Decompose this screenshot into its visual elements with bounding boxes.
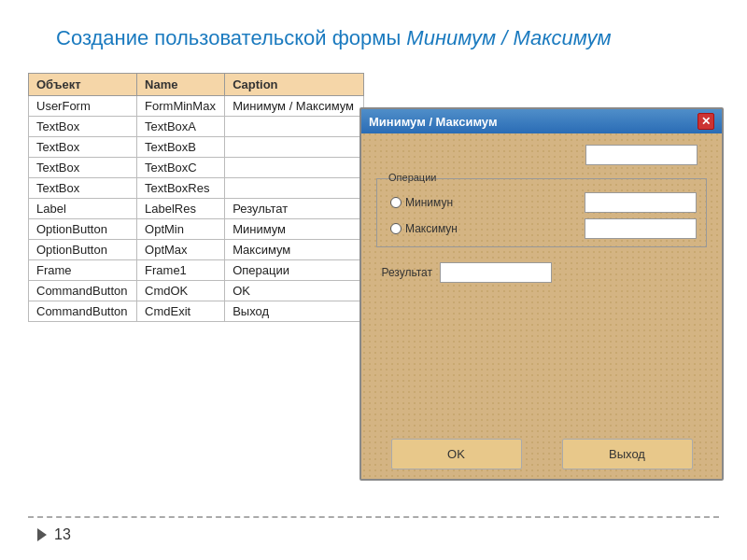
table-cell-4-0: TextBox	[29, 178, 137, 199]
radio-min-row: Минимун	[387, 192, 697, 213]
table-cell-6-2: Минимум	[225, 219, 364, 240]
bottom-divider	[28, 516, 719, 518]
table-cell-0-2: Минимум / Максимум	[225, 96, 364, 117]
table-cell-9-2: OK	[225, 281, 364, 301]
operations-frame: Операции Минимун Максимун	[376, 178, 707, 247]
table-cell-3-0: TextBox	[29, 158, 137, 178]
table-row: TextBoxTextBoxA	[29, 117, 364, 137]
table-row: FrameFrame1Операции	[29, 260, 364, 281]
dialog-titlebar: Минимум / Максимум ✕	[361, 109, 722, 133]
radio-max-option[interactable]: Максимун	[390, 222, 458, 235]
table-cell-10-0: CommandButton	[29, 301, 137, 322]
textbox-c[interactable]	[585, 218, 697, 239]
page-arrow-icon	[37, 528, 47, 541]
table-cell-10-1: CmdExit	[137, 301, 225, 322]
table-cell-8-1: Frame1	[137, 260, 225, 281]
ok-button[interactable]: OK	[391, 439, 522, 469]
textbox-a[interactable]	[585, 145, 698, 165]
table-row: CommandButtonCmdExitВыход	[29, 301, 364, 322]
radio-max-label: Максимун	[405, 222, 458, 235]
radio-min-circle[interactable]	[390, 197, 402, 208]
table-cell-3-1: TextBoxC	[137, 158, 225, 178]
table-cell-0-1: FormMinMax	[137, 96, 225, 117]
table-row: OptionButtonOptMinМинимум	[29, 219, 364, 240]
page-number: 13	[54, 526, 71, 543]
result-label: Результат	[376, 266, 432, 279]
title-part1: Создание пользовательской формы	[56, 26, 406, 49]
col-header-caption: Caption	[225, 74, 364, 96]
table-cell-5-1: LabelRes	[137, 199, 225, 219]
table-cell-7-2: Максимум	[225, 240, 364, 260]
data-table-container: Объект Name Caption UserFormFormMinMaxМи…	[28, 73, 364, 322]
title-part2: Минимум / Максимум	[406, 26, 611, 49]
table-cell-2-0: TextBox	[29, 137, 137, 158]
dialog-window: Минимум / Максимум ✕ Операции Минимун	[359, 107, 724, 481]
table-cell-10-2: Выход	[225, 301, 364, 322]
table-cell-9-1: CmdOK	[137, 281, 225, 301]
radio-min-label: Минимун	[405, 196, 453, 209]
table-row: TextBoxTextBoxB	[29, 137, 364, 158]
table-cell-5-2: Результат	[225, 199, 364, 219]
radio-max-circle[interactable]	[390, 223, 402, 234]
table-row: OptionButtonOptMaxМаксимум	[29, 240, 364, 260]
table-cell-1-1: TextBoxA	[137, 117, 225, 137]
table-row: CommandButtonCmdOKOK	[29, 281, 364, 301]
table-cell-9-0: CommandButton	[29, 281, 137, 301]
table-cell-6-0: OptionButton	[29, 219, 137, 240]
top-input-row	[376, 145, 698, 165]
table-cell-4-1: TextBoxRes	[137, 178, 225, 199]
col-header-name: Name	[137, 74, 225, 96]
table-cell-2-2	[225, 137, 364, 158]
button-row: OK Выход	[361, 429, 722, 479]
table-cell-7-1: OptMax	[137, 240, 225, 260]
table-cell-4-2	[225, 178, 364, 199]
table-cell-8-2: Операции	[225, 260, 364, 281]
table-cell-1-2	[225, 117, 364, 137]
frame-label: Операции	[387, 172, 438, 183]
table-cell-0-0: UserForm	[29, 96, 137, 117]
radio-min-option[interactable]: Минимун	[390, 196, 453, 209]
table-row: TextBoxTextBoxC	[29, 158, 364, 178]
table-cell-2-1: TextBoxB	[137, 137, 225, 158]
dialog-body: Операции Минимун Максимун	[361, 133, 722, 429]
table-cell-5-0: Label	[29, 199, 137, 219]
page-number-container: 13	[37, 526, 71, 543]
page-title: Создание пользовательской формы Минимум …	[56, 26, 612, 50]
col-header-object: Объект	[29, 74, 137, 96]
dialog-title: Минимум / Максимум	[369, 115, 498, 129]
textbox-b[interactable]	[585, 192, 697, 213]
textbox-result[interactable]	[440, 262, 552, 283]
objects-table: Объект Name Caption UserFormFormMinMaxМи…	[28, 73, 364, 322]
radio-max-row: Максимун	[387, 218, 697, 239]
table-cell-7-0: OptionButton	[29, 240, 137, 260]
table-cell-8-0: Frame	[29, 260, 137, 281]
exit-button[interactable]: Выход	[562, 439, 693, 469]
table-cell-1-0: TextBox	[29, 117, 137, 137]
table-row: LabelLabelResРезультат	[29, 199, 364, 219]
table-row: TextBoxTextBoxRes	[29, 178, 364, 199]
table-cell-6-1: OptMin	[137, 219, 225, 240]
dialog-close-button[interactable]: ✕	[698, 113, 714, 130]
frame-content: Минимун Максимун	[387, 192, 697, 239]
table-row: UserFormFormMinMaxМинимум / Максимум	[29, 96, 364, 117]
table-cell-3-2	[225, 158, 364, 178]
result-row: Результат	[376, 262, 707, 283]
